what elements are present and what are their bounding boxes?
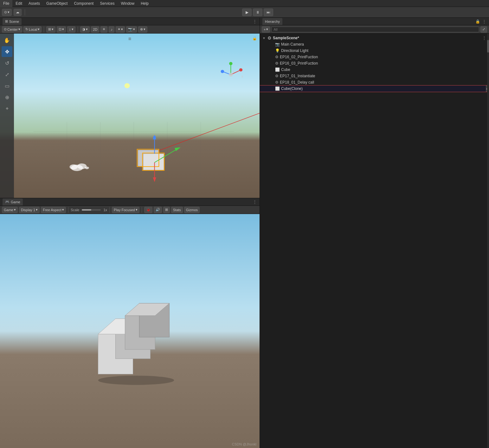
svg-point-30 [77, 163, 87, 169]
scene-tab-label: Scene [9, 20, 19, 23]
pause-button[interactable]: ⏸ [253, 9, 262, 16]
tool-rotate[interactable]: ↺ [2, 58, 12, 68]
aspect-dropdown[interactable]: Free Aspect ▾ [41, 207, 66, 213]
scene-root-icon: ⚙ [267, 35, 272, 41]
pivot-icon: ⊙ [4, 27, 7, 31]
play-button[interactable]: ▶ [242, 9, 252, 16]
hierarchy-ep18-01[interactable]: ⚙ EP18_01_Delay call [260, 79, 489, 85]
menu-component[interactable]: Component [71, 0, 97, 7]
game-sep-1 [68, 207, 68, 213]
hierarchy-main-camera[interactable]: 📷 Main Camera [260, 41, 489, 47]
menu-help[interactable]: Help [138, 0, 152, 7]
scrollbar-thumb[interactable] [487, 40, 489, 53]
menu-gameobject[interactable]: GameObject [43, 0, 71, 7]
tool-hand[interactable]: ✋ [2, 35, 12, 46]
game-dropdown[interactable]: Game ▾ [2, 207, 18, 213]
menu-file[interactable]: File [0, 0, 12, 7]
game-tab[interactable]: 🎮 Game [3, 199, 23, 205]
tool-transform[interactable]: ⊕ [2, 92, 12, 103]
mute-icon: 🐞 [146, 208, 151, 212]
hierarchy-header: Hierarchy 🔒 ⋮ [260, 18, 489, 25]
svg-point-20 [153, 136, 156, 138]
aspect-label: Free Aspect [43, 208, 61, 212]
scale-value: 1x [103, 208, 107, 212]
game-canvas[interactable]: CSDN @Jhonkl [0, 214, 260, 448]
snap-grid-btn[interactable]: ⊞ ▾ [46, 26, 55, 33]
gizmos-scene-btn[interactable]: ⊕ ▾ [138, 26, 147, 33]
local-dropdown[interactable]: ↻ Local ▾ [23, 26, 42, 33]
gizmos-label: Gizmos [186, 208, 198, 212]
svg-rect-13 [143, 153, 164, 170]
svg-rect-10 [138, 150, 158, 166]
center-label: Center [7, 28, 18, 31]
scene-canvas[interactable]: ✋ ✥ ↺ ⤢ ▭ ⊕ [0, 34, 260, 198]
svg-point-28 [125, 83, 130, 88]
audio-game-btn[interactable]: 🔊 [154, 207, 162, 213]
display-dropdown[interactable]: Display 1 ▾ [19, 207, 40, 213]
account-btn[interactable]: ⊙ ▾ [2, 9, 12, 16]
twod-btn[interactable]: 2D [91, 26, 99, 33]
game-panel-menu[interactable]: ⋮ [253, 199, 257, 205]
menu-edit[interactable]: Edit [12, 0, 25, 7]
hierarchy-lock[interactable]: 🔒 [475, 19, 480, 24]
menu-assets[interactable]: Assets [25, 0, 43, 7]
dir-light-icon: 💡 [275, 48, 280, 53]
svg-line-21 [231, 70, 241, 75]
hierarchy-cube[interactable]: ⬜ Cube [260, 66, 489, 73]
ep16-03-icon: ⚙ [275, 61, 279, 66]
hierarchy-scrollbar[interactable] [487, 34, 489, 448]
center-dropdown[interactable]: ⊙ Center ▾ [2, 26, 22, 33]
main-layout: ⊞ Scene ⋮ ⊙ Center ▾ ↻ Local ▾ [0, 18, 489, 448]
svg-line-23 [222, 72, 231, 75]
tool-custom[interactable]: ⌖ [2, 103, 12, 114]
scene-context-menu[interactable]: ⋮ [482, 35, 486, 41]
fx-icon: ✦ [118, 27, 120, 31]
scene-view: ⊞ Scene ⋮ ⊙ Center ▾ ↻ Local ▾ [0, 18, 260, 198]
stats-btn[interactable]: Stats [171, 207, 183, 213]
tool-move[interactable]: ✥ [2, 46, 12, 57]
audio-btn[interactable]: ♪ [109, 26, 114, 33]
step-icon: ⏭ [267, 10, 270, 15]
vertex-snap-btn[interactable]: ⊡ ▾ [57, 26, 66, 33]
scene-tab[interactable]: ⊞ Scene [3, 18, 22, 25]
tool-scale[interactable]: ⤢ [2, 69, 12, 80]
play-focused-dropdown[interactable]: Play Focused ▾ [112, 207, 139, 213]
stats-layout-btn[interactable]: ⊞ [163, 207, 170, 213]
scale-slider[interactable] [82, 209, 101, 211]
hierarchy-cube-clone[interactable]: ⬜ Cube(Clone) ▶ [260, 85, 489, 92]
cloud-btn[interactable]: ☁ [14, 9, 22, 16]
main-toolbar: ⊙ ▾ ☁ ▶ ⏸ ⏭ [0, 7, 489, 18]
scene-panel-menu[interactable]: ⋮ [253, 19, 257, 24]
hierarchy-directional-light[interactable]: 💡 Directional Light [260, 47, 489, 54]
snap-settings-btn[interactable]: ⫶ ▾ [67, 26, 75, 33]
transform-icon: ⊕ [5, 94, 9, 100]
menu-services[interactable]: Services [97, 0, 118, 7]
account-icon: ⊙ [4, 10, 7, 14]
menu-window[interactable]: Window [118, 0, 138, 7]
lighting-btn[interactable]: ☀ [100, 26, 107, 33]
svg-rect-34 [116, 319, 151, 359]
dir-light-label: Directional Light [281, 48, 308, 53]
tool-panel: ✋ ✥ ↺ ⤢ ▭ ⊕ [0, 34, 14, 198]
scene-root-item[interactable]: ▼ ⚙ SampleScene* ⋮ [260, 35, 489, 41]
step-button[interactable]: ⏭ [264, 9, 273, 16]
center-arrow: ▾ [18, 27, 20, 31]
camera-btn[interactable]: 📷 ▾ [126, 26, 137, 33]
fx-btn[interactable]: ✦ ▾ [116, 26, 125, 33]
gizmos-btn[interactable]: Gizmos [184, 207, 200, 213]
twod-label: 2D [93, 28, 97, 31]
hierarchy-search[interactable] [271, 27, 479, 32]
hierarchy-tab[interactable]: Hierarchy [262, 18, 282, 25]
mute-btn[interactable]: 🐞 [144, 207, 152, 213]
game-svg-overlay [0, 214, 260, 448]
account-dropdown[interactable]: ▾ [8, 10, 10, 14]
hierarchy-search-icon-btn[interactable]: ⤢ [480, 26, 487, 33]
hierarchy-ep17-01[interactable]: ⚙ EP17_01_Instantiate [260, 73, 489, 79]
add-hierarchy-btn[interactable]: + ▾ [262, 26, 270, 33]
shading-icon: ◑ [82, 27, 85, 31]
shading-dropdown[interactable]: ◑ ▾ [80, 26, 90, 33]
hierarchy-menu[interactable]: ⋮ [482, 19, 486, 24]
hierarchy-ep16-03[interactable]: ⚙ EP16_03_PrintFuction [260, 60, 489, 66]
hierarchy-ep16-02[interactable]: ⚙ EP16_02_PrintFuction [260, 54, 489, 60]
tool-rect[interactable]: ▭ [2, 80, 12, 91]
